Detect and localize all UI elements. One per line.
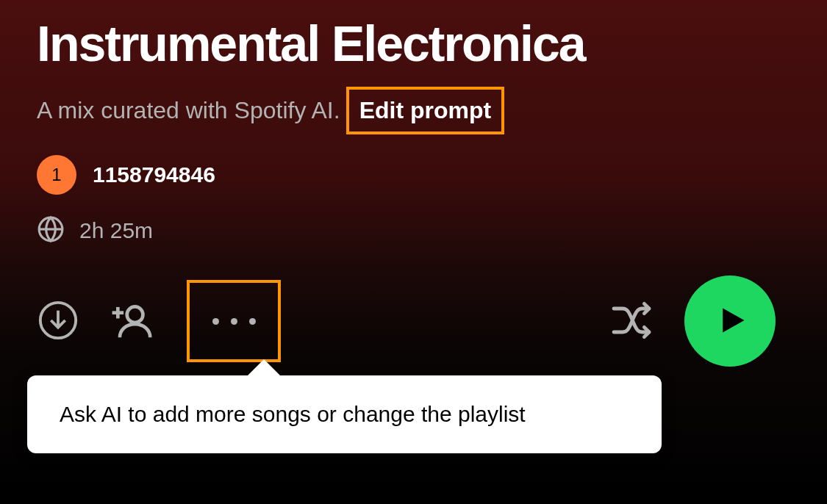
playlist-title: Instrumental Electronica [37,15,790,72]
download-button[interactable] [37,299,79,344]
subtitle-text: A mix curated with Spotify AI. [37,97,340,124]
svg-point-4 [127,306,143,323]
add-user-icon [110,298,156,345]
username[interactable]: 1158794846 [93,162,215,187]
play-icon [712,304,748,339]
globe-icon [37,215,65,246]
svg-marker-7 [723,308,744,332]
ai-tooltip: Ask AI to add more songs or change the p… [27,375,662,453]
subtitle-row: A mix curated with Spotify AI. Edit prom… [37,87,790,134]
avatar[interactable]: 1 [37,155,76,195]
tooltip-text: Ask AI to add more songs or change the p… [60,402,526,426]
edit-prompt-link[interactable]: Edit prompt [346,87,505,134]
more-options-button[interactable] [187,280,281,362]
more-dot-icon [249,318,256,325]
user-row: 1 1158794846 [37,155,790,195]
controls-left [37,280,281,362]
shuffle-button[interactable] [608,297,655,346]
more-dot-icon [212,318,219,325]
more-dot-icon [231,318,237,325]
add-user-button[interactable] [110,298,156,345]
download-icon [37,299,79,344]
duration-text: 2h 25m [79,218,153,243]
shuffle-icon [608,297,655,346]
controls-row [37,276,790,367]
play-button[interactable] [684,276,776,367]
controls-right [608,276,776,367]
duration-row: 2h 25m [37,215,790,246]
